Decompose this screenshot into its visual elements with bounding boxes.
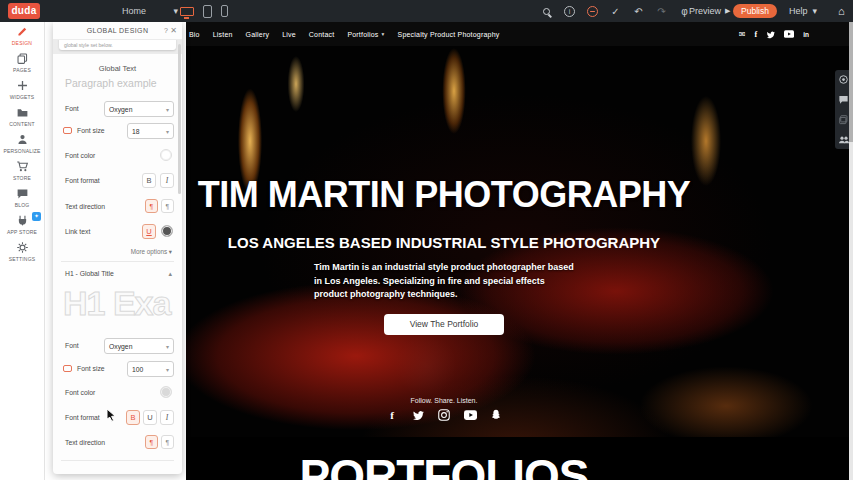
comment-icon[interactable] — [838, 94, 849, 105]
italic-button[interactable]: I — [160, 410, 174, 425]
nav-item-live[interactable]: Live — [282, 31, 296, 38]
nav-item-contact[interactable]: Contact — [309, 31, 335, 38]
sidebar-item-personalize[interactable]: PERSONALIZE — [0, 130, 44, 157]
chevron-down-icon: ▾ — [813, 6, 818, 16]
h1-font-dropdown[interactable]: Oxygen ▾ — [104, 338, 174, 354]
sidebar-item-store[interactable]: STORE — [0, 157, 44, 184]
saved-check-icon[interactable]: ✓ — [609, 5, 622, 18]
home-icon[interactable]: ⌂ — [838, 0, 845, 22]
chevron-down-icon: ▾ — [166, 106, 169, 113]
gear-icon — [16, 241, 29, 254]
sidebar-item-label: CONTENT — [9, 121, 35, 127]
view-portfolio-button[interactable]: View The Portfolio — [384, 314, 504, 335]
sidebar-item-label: APP STORE — [7, 229, 37, 235]
linkedin-icon[interactable]: in — [803, 31, 809, 38]
facebook-icon[interactable]: f — [386, 408, 399, 421]
plug-icon — [16, 214, 29, 227]
email-icon[interactable]: ✉ — [739, 30, 746, 39]
more-options-link[interactable]: More options ▾ — [131, 248, 172, 255]
sidebar-item-design[interactable]: DESIGN — [0, 22, 44, 49]
redo-icon[interactable]: ↷ — [655, 5, 668, 18]
font-dropdown[interactable]: Oxygen ▾ — [104, 101, 174, 117]
text-direction-ltr-button[interactable]: ¶ — [145, 199, 158, 213]
section-divider — [61, 460, 174, 461]
youtube-icon[interactable] — [784, 30, 794, 38]
scrollbar-thumb[interactable] — [849, 22, 853, 142]
device-override-icon — [63, 365, 72, 372]
undo-icon[interactable]: ↶ — [632, 5, 645, 18]
nav-item-bio[interactable]: Bio — [189, 31, 200, 38]
sidebar-item-label: PAGES — [13, 67, 31, 73]
facebook-icon[interactable]: f — [755, 30, 758, 39]
text-direction-rtl-button[interactable]: ¶ — [161, 435, 174, 449]
preview-button[interactable]: Preview ▶ — [689, 0, 730, 22]
nav-item-label: Portfolios — [347, 31, 378, 38]
h1-font-size-dropdown[interactable]: 100 ▾ — [127, 361, 174, 377]
help-menu[interactable]: Help ▾ — [789, 0, 817, 22]
person-icon — [16, 133, 29, 146]
layers-icon[interactable] — [838, 114, 849, 125]
account-icon[interactable] — [587, 6, 598, 17]
twitter-icon[interactable] — [412, 408, 425, 421]
close-icon[interactable]: ✕ — [170, 22, 177, 40]
hero-section: TIM MARTIN PHOTOGRAPHY LOS ANGELES BASED… — [186, 46, 853, 437]
duda-logo[interactable]: duda — [8, 3, 40, 19]
panel-scrollbar[interactable] — [178, 44, 181, 194]
font-size-value: 100 — [132, 366, 143, 373]
snapchat-icon[interactable] — [490, 408, 503, 421]
top-bar: duda Home ▾ i ✓ ↶ ↷ φ Preview ▶ Publish … — [0, 0, 853, 22]
font-size-dropdown[interactable]: 18 ▾ — [127, 123, 174, 139]
font-dropdown-value: Oxygen — [109, 106, 132, 113]
sidebar-item-pages[interactable]: PAGES — [0, 49, 44, 76]
page-selector[interactable]: Home ▾ — [118, 4, 182, 18]
font-size-label: Font size — [77, 127, 105, 134]
collapse-icon[interactable]: ▴ — [168, 270, 172, 278]
team-icon[interactable] — [838, 134, 850, 145]
italic-button[interactable]: I — [160, 173, 174, 188]
bold-button[interactable]: B — [142, 173, 156, 188]
camera-lens-icon[interactable] — [838, 74, 849, 85]
nav-item-listen[interactable]: Listen — [213, 31, 233, 38]
chevron-down-icon: ▾ — [166, 128, 169, 135]
hero-title: TIM MARTIN PHOTOGRAPHY — [186, 174, 702, 216]
mobile-view-icon[interactable] — [221, 5, 228, 17]
nav-item-specialty[interactable]: Specialty Product Photography — [398, 31, 500, 38]
sidebar-item-content[interactable]: CONTENT — [0, 103, 44, 130]
h1-font-color-swatch[interactable] — [160, 386, 172, 398]
sidebar-item-label: SETTINGS — [9, 256, 36, 262]
chevron-down-icon: ▾ — [166, 366, 169, 373]
info-icon[interactable]: i — [564, 6, 575, 17]
underline-button[interactable]: U — [143, 410, 157, 425]
instagram-icon[interactable] — [438, 408, 451, 421]
text-direction-label: Text direction — [65, 203, 105, 210]
play-icon: ▶ — [725, 7, 730, 15]
browser-scrollbar[interactable] — [849, 22, 853, 480]
font-color-swatch[interactable] — [160, 149, 172, 161]
nav-item-portfolios[interactable]: Portfolios ▾ — [347, 31, 384, 38]
section-divider — [61, 261, 174, 262]
sidebar-item-blog[interactable]: BLOG — [0, 184, 44, 211]
sidebar-item-settings[interactable]: SETTINGS — [0, 238, 44, 265]
folder-icon — [16, 106, 29, 119]
underline-button[interactable]: U — [142, 224, 156, 239]
link-color-swatch[interactable] — [161, 225, 173, 237]
text-direction-rtl-button[interactable]: ¶ — [161, 199, 174, 213]
youtube-icon[interactable] — [464, 408, 477, 421]
sidebar-item-widgets[interactable]: WIDGETS — [0, 76, 44, 103]
panel-help-icon[interactable]: ? — [164, 22, 168, 40]
search-icon[interactable] — [540, 5, 553, 18]
desktop-view-icon[interactable] — [180, 7, 194, 16]
nav-item-gallery[interactable]: Gallery — [246, 31, 270, 38]
sidebar-item-app-store[interactable]: ✦ APP STORE — [0, 211, 44, 238]
text-direction-ltr-button[interactable]: ¶ — [145, 435, 158, 449]
font-color-label: Font color — [65, 152, 95, 159]
global-text-heading: Global Text — [53, 64, 182, 73]
bold-button[interactable]: B — [126, 410, 140, 425]
sidebar-item-label: WIDGETS — [10, 94, 35, 100]
font-format-label: Font format — [65, 414, 100, 421]
preview-label: Preview — [689, 6, 721, 16]
publish-button[interactable]: Publish — [733, 4, 777, 18]
mouse-cursor — [106, 408, 117, 422]
tablet-view-icon[interactable] — [203, 5, 212, 18]
twitter-icon[interactable] — [766, 30, 775, 39]
